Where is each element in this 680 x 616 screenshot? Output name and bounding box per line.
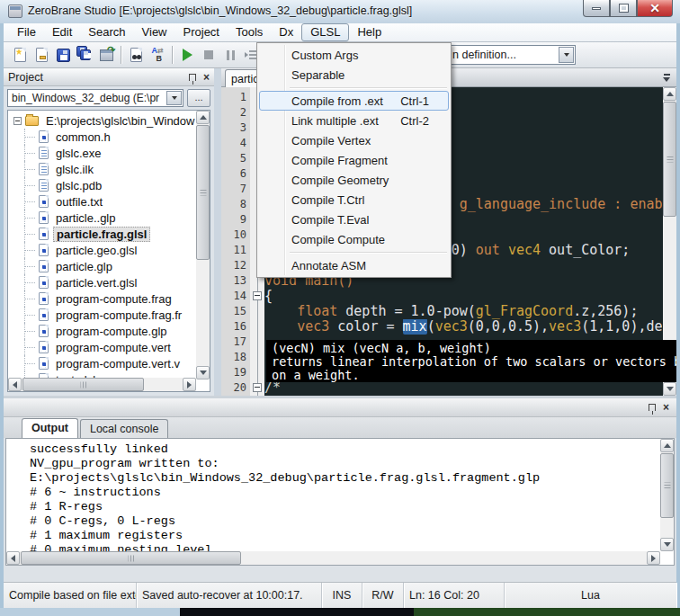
output-panel-header[interactable]: × — [4, 398, 676, 417]
editor-vscroll-thumb[interactable] — [663, 102, 676, 217]
tab-local-console[interactable]: Local console — [80, 419, 168, 438]
minimize-button[interactable] — [583, 0, 610, 17]
tree-item-particle-vert-glsl[interactable]: particle.vert.glsl — [8, 274, 196, 290]
fold-collapse-icon[interactable] — [253, 383, 262, 392]
tree-item-outfile-txt[interactable]: outfile.txt — [8, 193, 196, 210]
restore-button[interactable] — [610, 0, 637, 17]
menubar-item-search[interactable]: Search — [80, 23, 133, 41]
close-panel-icon[interactable]: × — [663, 402, 669, 413]
pin-icon[interactable] — [649, 404, 656, 411]
tree-item-program-compute-vert-v[interactable]: program-compute.vert.v — [8, 355, 196, 371]
browse-directory-button[interactable]: ... — [187, 89, 210, 107]
output-vscrollbar[interactable] — [660, 439, 674, 551]
open-file-button[interactable] — [31, 44, 52, 66]
output-console[interactable]: successfully linkedNV_gpu_program writte… — [5, 438, 675, 566]
project-panel-header[interactable]: Project × — [4, 68, 214, 86]
tree-vscrollbar[interactable] — [196, 111, 210, 379]
save-project-button[interactable] — [95, 44, 117, 66]
tree-expander-icon[interactable] — [13, 117, 22, 125]
menubar-item-help[interactable]: Help — [349, 23, 389, 41]
scroll-right-button[interactable] — [647, 551, 660, 565]
close-panel-icon[interactable]: × — [203, 72, 210, 83]
pause-button[interactable] — [219, 44, 241, 66]
tree-item-particle-glp[interactable]: particle..glp — [8, 210, 196, 226]
close-button[interactable]: ✕ — [637, 0, 673, 17]
tree-hscroll-thumb[interactable] — [22, 378, 144, 391]
tree-item-glslc-ilk[interactable]: glslc.ilk — [8, 161, 196, 177]
scroll-left-button[interactable] — [8, 378, 22, 391]
scroll-left-button[interactable] — [6, 551, 20, 565]
tree-item-glslc-exe[interactable]: glslc.exe — [8, 145, 196, 161]
new-file-button[interactable] — [9, 44, 31, 66]
tree-item-program-compute-glp[interactable]: program-compute.glp — [8, 323, 196, 339]
menubar-item-view[interactable]: View — [134, 23, 175, 41]
menu-item-compile-compute[interactable]: Compile Compute — [259, 229, 449, 249]
tree-item-program-compute-frag-fr[interactable]: program-compute.frag.fr — [8, 307, 196, 323]
tree-hscrollbar[interactable] — [8, 378, 196, 391]
pin-icon[interactable] — [189, 74, 196, 81]
tree-item-particle-glp[interactable]: particle.glp — [8, 258, 196, 274]
lua-file-icon — [39, 260, 49, 272]
tree-item-e-projects-glslc-bin-window[interactable]: E:\projects\glslc\bin_Window — [8, 112, 196, 129]
tree-item-common-h[interactable]: common.h — [8, 129, 196, 145]
minimize-icon — [592, 7, 601, 10]
scroll-up-button[interactable] — [663, 87, 676, 101]
output-line: # 1 R-regs — [30, 500, 658, 514]
fold-collapse-icon[interactable] — [253, 291, 262, 300]
project-directory-combo[interactable]: bin_Windows_32_debug (E:\pr — [7, 89, 183, 107]
menubar-item-file[interactable]: File — [9, 23, 44, 41]
scroll-up-button[interactable] — [660, 439, 674, 452]
menubar-item-dx[interactable]: Dx — [271, 23, 301, 41]
tree-item-program-compute-frag[interactable]: program-compute.frag — [8, 290, 196, 307]
tab-list-icon[interactable] — [663, 74, 672, 82]
output-hscroll-thumb[interactable] — [21, 551, 241, 565]
menu-item-compile-from-ext[interactable]: Compile from .extCtrl-1 — [259, 91, 449, 111]
replace-button[interactable]: A⇄ B — [147, 44, 168, 66]
tree-item-particle-frag-glsl[interactable]: particle.frag.glsl — [8, 226, 196, 242]
scroll-up-button[interactable] — [196, 111, 210, 124]
function-list-combo[interactable]: n definition... — [448, 45, 576, 65]
line-number: 16 — [221, 319, 246, 335]
tooltip-line: on a weight. — [272, 369, 671, 382]
code-line-16[interactable]: 16 vec3 color = mix(vec3(0,0,0.5),vec3(1… — [221, 319, 676, 335]
find-in-files-button[interactable] — [125, 44, 147, 66]
menu-item-separable[interactable]: Separable — [259, 65, 449, 85]
line-number: 18 — [221, 350, 246, 365]
code-line-14[interactable]: 14{ — [221, 289, 676, 304]
stop-button[interactable] — [198, 44, 219, 66]
menu-item-compile-t-eval[interactable]: Compile T.Eval — [259, 210, 449, 229]
menubar-item-project[interactable]: Project — [175, 23, 228, 41]
output-hscrollbar[interactable] — [6, 551, 660, 565]
scroll-down-button[interactable] — [196, 366, 210, 379]
save-button[interactable] — [52, 44, 74, 66]
menu-item-compile-geometry[interactable]: Compile Geometry — [259, 170, 449, 190]
scroll-down-button[interactable] — [660, 538, 674, 551]
run-button[interactable] — [176, 44, 198, 66]
save-all-button[interactable] — [74, 44, 95, 66]
scroll-down-button[interactable] — [663, 382, 676, 396]
panel-splitter[interactable] — [214, 68, 221, 396]
combo-dropdown-button[interactable] — [166, 91, 182, 105]
menu-item-compile-t-ctrl[interactable]: Compile T.Ctrl — [259, 190, 449, 210]
tree-item-test-glsl[interactable]: test.glsl — [8, 371, 196, 378]
menu-item-annotate-asm[interactable]: Annotate ASM — [259, 255, 449, 275]
title-bar[interactable]: ZeroBrane Studio [E:\projects\glslc\bin_… — [0, 0, 680, 23]
function-list-value: n definition... — [449, 49, 559, 61]
menu-item-custom-args[interactable]: Custom Args — [259, 45, 449, 65]
menubar-item-edit[interactable]: Edit — [44, 23, 80, 41]
menu-item-compile-vertex[interactable]: Compile Vertex — [259, 130, 449, 150]
combo-dropdown-button[interactable] — [559, 47, 574, 63]
menubar-item-tools[interactable]: Tools — [228, 23, 271, 41]
menubar-item-glsl[interactable]: GLSL — [301, 23, 349, 41]
tab-output[interactable]: Output — [22, 418, 78, 438]
code-line-15[interactable]: 15 float depth = 1.0-pow(gl_FragCoord.z,… — [221, 304, 676, 319]
tree-vscroll-thumb[interactable] — [196, 125, 210, 260]
menu-item-link-multiple-ext[interactable]: Link multiple .extCtrl-2 — [259, 111, 449, 130]
menu-item-compile-fragment[interactable]: Compile Fragment — [259, 150, 449, 170]
tree-item-program-compute-vert[interactable]: program-compute.vert — [8, 339, 196, 355]
scroll-right-button[interactable] — [183, 378, 196, 391]
code-line-20[interactable]: 20/* — [221, 380, 676, 396]
output-vscroll-thumb[interactable] — [660, 453, 674, 518]
tree-item-glslc-pdb[interactable]: glslc.pdb — [8, 177, 196, 193]
tree-item-particle-geo-glsl[interactable]: particle.geo.glsl — [8, 242, 196, 258]
